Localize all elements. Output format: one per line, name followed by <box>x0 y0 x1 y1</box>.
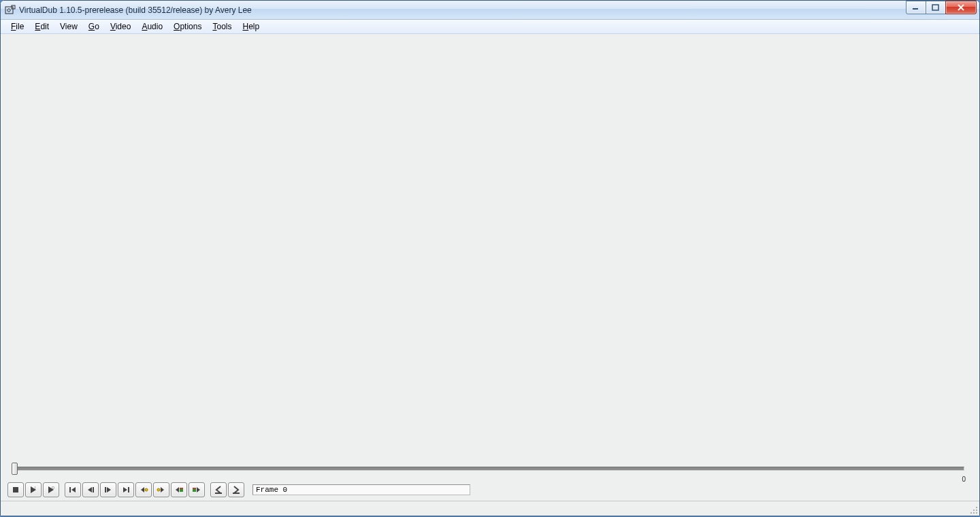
menu-video[interactable]: Video <box>105 20 136 33</box>
svg-point-36 <box>973 512 975 514</box>
titlebar[interactable]: VirtualDub 1.10.5-prerelease (build 3551… <box>1 1 979 20</box>
svg-rect-3 <box>913 8 918 10</box>
maximize-icon <box>932 4 940 11</box>
play-group: I O <box>7 482 61 497</box>
svg-marker-13 <box>71 487 76 493</box>
timeline-end-label: 0 <box>962 476 966 483</box>
key-next-icon <box>157 485 166 495</box>
step-back-button[interactable] <box>82 482 99 497</box>
svg-marker-14 <box>88 487 92 493</box>
timeline: 0 <box>1 461 979 482</box>
key-next-button[interactable] <box>153 482 169 497</box>
step-forward-icon <box>103 485 113 495</box>
mark-group <box>210 482 246 497</box>
go-start-icon <box>68 485 78 495</box>
minimize-icon <box>912 4 920 11</box>
svg-rect-7 <box>13 487 18 493</box>
key-prev-button[interactable] <box>135 482 152 497</box>
stop-icon <box>11 485 20 495</box>
scene-next-icon <box>192 485 201 495</box>
svg-point-32 <box>976 507 977 508</box>
svg-marker-29 <box>197 487 200 493</box>
video-pane-area <box>3 35 977 461</box>
svg-point-35 <box>970 512 972 514</box>
svg-rect-26 <box>180 488 183 489</box>
svg-marker-17 <box>107 487 111 493</box>
menu-help[interactable]: Help <box>237 20 265 33</box>
scene-prev-icon <box>174 485 184 495</box>
svg-marker-18 <box>123 487 127 493</box>
mark-out-button[interactable] <box>228 482 244 497</box>
svg-point-37 <box>976 512 977 514</box>
svg-rect-19 <box>128 487 129 493</box>
play-input-button[interactable]: I <box>25 482 42 497</box>
close-icon <box>957 4 965 11</box>
svg-text:I: I <box>35 486 35 490</box>
svg-rect-4 <box>932 5 938 10</box>
timeline-track[interactable] <box>16 467 964 471</box>
close-button[interactable] <box>945 1 977 14</box>
window-title: VirtualDub 1.10.5-prerelease (build 3551… <box>19 5 252 15</box>
go-end-button[interactable] <box>118 482 134 497</box>
app-window: VirtualDub 1.10.5-prerelease (build 3551… <box>0 0 980 516</box>
menu-go[interactable]: Go <box>83 20 105 33</box>
menu-edit[interactable]: Edit <box>29 20 54 33</box>
menu-file[interactable]: File <box>5 20 29 33</box>
svg-rect-15 <box>93 487 94 493</box>
mark-out-icon <box>231 485 241 495</box>
svg-marker-23 <box>161 487 164 493</box>
svg-marker-24 <box>176 487 179 493</box>
menu-audio[interactable]: Audio <box>136 20 168 33</box>
menubar: File Edit View Go Video Audio Options To… <box>1 20 979 34</box>
scene-prev-button[interactable] <box>171 482 187 497</box>
maximize-button[interactable] <box>926 1 946 14</box>
svg-marker-20 <box>141 487 144 493</box>
menu-view[interactable]: View <box>54 20 83 33</box>
menu-tools[interactable]: Tools <box>207 20 237 33</box>
svg-point-22 <box>157 488 160 491</box>
svg-rect-28 <box>193 488 196 489</box>
window-controls <box>906 1 977 14</box>
menu-options[interactable]: Options <box>168 20 207 33</box>
svg-point-2 <box>7 8 10 11</box>
svg-point-34 <box>976 510 977 511</box>
go-start-button[interactable] <box>65 482 81 497</box>
frame-indicator: Frame 0 <box>252 484 470 495</box>
statusbar <box>1 501 979 516</box>
svg-point-33 <box>973 510 975 511</box>
minimize-button[interactable] <box>906 1 926 14</box>
scene-next-button[interactable] <box>189 482 205 497</box>
timeline-thumb[interactable] <box>12 463 18 475</box>
resize-grip-icon[interactable] <box>968 505 978 514</box>
svg-rect-16 <box>105 487 106 493</box>
play-output-button[interactable]: O <box>43 482 59 497</box>
go-end-icon <box>121 485 131 495</box>
transport-toolbar: I O <box>1 482 979 498</box>
svg-point-21 <box>145 488 148 491</box>
stop-button[interactable] <box>7 482 24 497</box>
mark-in-button[interactable] <box>210 482 227 497</box>
svg-text:O: O <box>52 486 54 490</box>
key-prev-icon <box>139 485 148 495</box>
step-back-icon <box>86 485 95 495</box>
step-forward-button[interactable] <box>100 482 116 497</box>
mark-in-icon <box>214 485 223 495</box>
app-icon <box>5 5 16 16</box>
nav-group <box>65 482 206 497</box>
svg-rect-12 <box>69 487 71 493</box>
play-input-icon: I <box>29 485 38 495</box>
play-output-icon: O <box>46 485 56 495</box>
